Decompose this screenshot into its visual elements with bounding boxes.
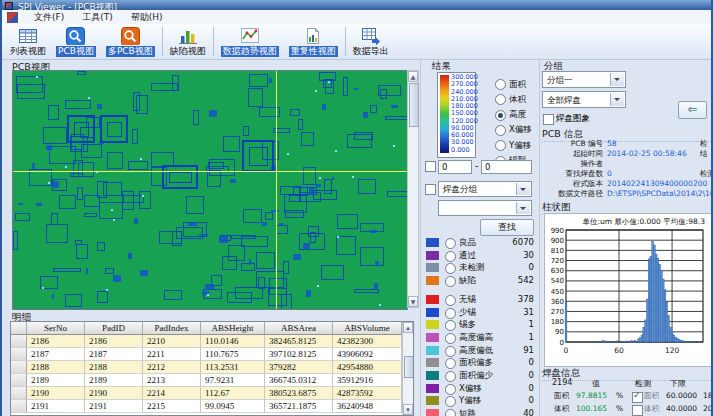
scroll-up-icon[interactable]: ▲: [408, 71, 418, 82]
table-row[interactable]: 219021902214112.67380523.687542873592: [11, 387, 413, 400]
radio-icon[interactable]: [445, 384, 456, 395]
all-pads-select[interactable]: 全部焊盘: [542, 91, 626, 108]
metric-option-高度[interactable]: 高度: [495, 105, 526, 117]
pad-image-checkbox[interactable]: [543, 114, 554, 125]
pad-check-checkbox[interactable]: [632, 392, 643, 403]
pcb-info-label: 数据文件路径: [558, 189, 603, 199]
radio-icon[interactable]: [445, 263, 456, 274]
pcb-info-right-fragment: 检: [700, 139, 708, 149]
menu-file[interactable]: 文件(F): [25, 10, 73, 25]
column-header-ABSVolume[interactable]: ABSVolume: [333, 322, 402, 335]
pad-metric-name: 面积: [554, 391, 569, 401]
legend-item-良品[interactable]: 良品6070: [423, 237, 539, 249]
toolbar-pcb-view-button[interactable]: PCB视图: [51, 25, 101, 59]
radio-icon[interactable]: [445, 320, 456, 331]
scrollbar-thumb[interactable]: [409, 83, 419, 127]
table-row[interactable]: 21912191221599.0945365721.187536240948: [11, 400, 413, 413]
column-header-ABSArea[interactable]: ABSArea: [265, 322, 333, 335]
column-header-PadID[interactable]: PadID: [85, 322, 143, 335]
toolbar-repeat-view-button[interactable]: 重复性视图: [284, 25, 343, 59]
pcb-vertical-scrollbar[interactable]: ▲ ▼: [407, 70, 419, 308]
metric-option-X偏移[interactable]: X偏移: [495, 120, 532, 132]
radio-icon[interactable]: [445, 251, 456, 262]
legend-item-面积偏多[interactable]: 面积偏多0: [423, 357, 539, 369]
secondary-select[interactable]: [438, 200, 532, 216]
table-row[interactable]: 218821882212113.253137928242954880: [11, 361, 413, 374]
chevron-down-icon: [610, 93, 624, 106]
pad-group-select[interactable]: 焊盘分组: [438, 181, 532, 197]
legend-item-面积偏少[interactable]: 面积偏少0: [423, 370, 539, 382]
legend-item-高度偏低[interactable]: 高度偏低91: [423, 345, 539, 357]
toolbar-trend-view-button[interactable]: 数据趋势视图: [216, 25, 284, 59]
scroll-down-icon[interactable]: ▼: [403, 404, 413, 415]
pcb-info-right-fragment: 检测: [700, 169, 713, 179]
metric-option-面积[interactable]: 面积: [495, 74, 526, 86]
column-header-ABSHeight[interactable]: ABSHeight: [201, 322, 265, 335]
details-table[interactable]: SerNoPadIDPadIndexABSHeightABSAreaABSVol…: [10, 321, 414, 416]
toolbar-button-label: PCB视图: [56, 46, 96, 57]
toolbar-multi-pcb-view-button[interactable]: 多PCB视图: [101, 25, 160, 59]
range-filter-checkbox[interactable]: [425, 161, 436, 172]
pad-group-checkbox[interactable]: [425, 184, 436, 195]
radio-icon[interactable]: [445, 333, 456, 344]
legend-item-通过[interactable]: 通过30: [423, 250, 539, 262]
menu-help[interactable]: 帮助(H): [122, 10, 172, 25]
color-scale: 300.000270.000240.000210.000180.000150.0…: [437, 72, 476, 158]
legend-item-少锡[interactable]: 少锡31: [423, 307, 539, 319]
details-vertical-scrollbar[interactable]: ▲ ▼: [402, 322, 413, 415]
app-icon: [5, 2, 13, 10]
scroll-up-icon[interactable]: ▲: [403, 322, 413, 333]
radio-icon[interactable]: [445, 346, 456, 357]
panel-splitter[interactable]: [420, 60, 421, 416]
group-select[interactable]: 分组一: [542, 71, 626, 88]
radio-icon[interactable]: [445, 295, 456, 306]
table-cell: 43906092: [333, 348, 402, 361]
legend-item-未检测[interactable]: 未检测0: [423, 262, 539, 274]
toolbar-defect-view-button[interactable]: 缺陷视图: [165, 25, 211, 59]
radio-icon[interactable]: [445, 358, 456, 369]
toolbar-list-view-button[interactable]: 列表视图: [5, 25, 51, 59]
table-row[interactable]: 218721872211110.7675397102.812543906092: [11, 348, 413, 361]
legend-item-短路[interactable]: 短路40: [423, 408, 539, 416]
back-arrow-button[interactable]: ⇐: [678, 101, 707, 119]
toolbar-export-button[interactable]: 数据导出: [348, 25, 394, 59]
scrollbar-thumb[interactable]: [404, 356, 414, 378]
legend-item-缺陷[interactable]: 缺陷542: [423, 275, 539, 287]
legend-item-X偏移[interactable]: X偏移0: [423, 383, 539, 395]
table-row[interactable]: 218621862210110.0146382465.812542382300: [11, 335, 413, 348]
legend-item-Y偏移[interactable]: Y偏移0: [423, 395, 539, 407]
find-button[interactable]: 查找: [480, 219, 534, 236]
metric-option-Y偏移[interactable]: Y偏移: [495, 135, 531, 147]
radio-icon[interactable]: [445, 409, 456, 416]
details-header-row: SerNoPadIDPadIndexABSHeightABSAreaABSVol…: [11, 322, 413, 335]
svg-text:990: 990: [551, 227, 564, 235]
toolbar-separator: [162, 27, 163, 56]
pcb-canvas[interactable]: [12, 70, 408, 310]
column-header-PadIndex[interactable]: PadIndex: [143, 322, 201, 335]
radio-icon[interactable]: [445, 371, 456, 382]
pcb-info-label: 起始时间: [573, 149, 603, 159]
radio-icon[interactable]: [445, 396, 456, 407]
legend-color-chip: [426, 409, 439, 416]
legend-item-锡多[interactable]: 锡多1: [423, 319, 539, 331]
radio-icon[interactable]: [445, 308, 456, 319]
metric-option-体积[interactable]: 体积: [495, 89, 526, 101]
legend-color-chip: [426, 320, 439, 329]
scroll-down-icon[interactable]: ▼: [408, 296, 418, 307]
menu-tools[interactable]: 工具(T): [73, 10, 122, 25]
column-header-SerNo[interactable]: SerNo: [27, 322, 85, 335]
legend-label: 高度偏低: [459, 345, 493, 357]
table-cell: 2186: [27, 335, 85, 348]
radio-icon[interactable]: [445, 238, 456, 249]
list-view-icon: [18, 27, 38, 45]
pad-check-checkbox[interactable]: [632, 405, 643, 416]
legend-count: 0: [529, 370, 534, 380]
repeat-view-icon: [304, 27, 322, 45]
legend-item-高度偏高[interactable]: 高度偏高1: [423, 332, 539, 344]
legend-item-无锡[interactable]: 无锡378: [423, 294, 539, 306]
legend-color-chip: [426, 295, 439, 304]
radio-icon[interactable]: [445, 276, 456, 287]
table-row[interactable]: 21892189221397.9231366745.031235912916: [11, 374, 413, 387]
range-to-input[interactable]: 0: [481, 160, 532, 174]
range-from-input[interactable]: 0: [438, 160, 472, 174]
